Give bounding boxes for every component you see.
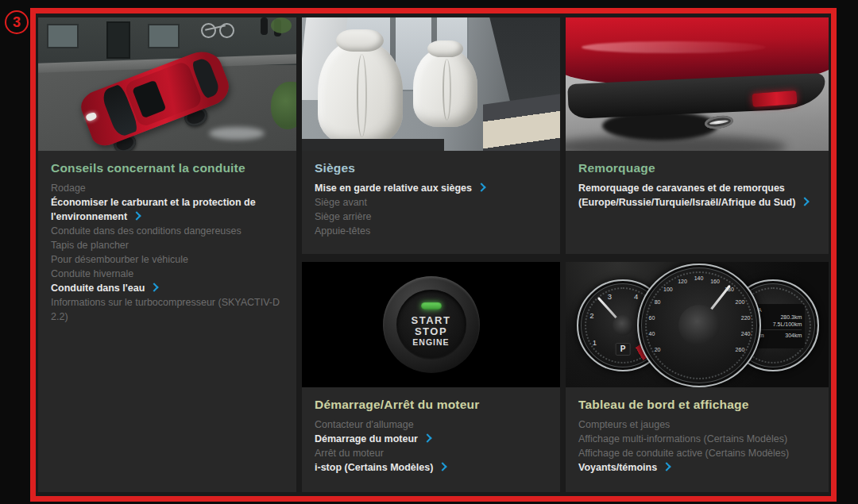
- water-splash: [209, 127, 265, 140]
- button-text-stop: STOP: [415, 326, 447, 337]
- gauge-dial-number: 260: [736, 347, 745, 352]
- manual-sections-grid: Sièges Mise en garde relative aux sièges…: [30, 8, 837, 502]
- chevron-right-icon: [662, 462, 671, 471]
- section-link[interactable]: Économiser le carburant et la protection…: [51, 195, 284, 224]
- range-value: 304km: [785, 332, 802, 339]
- gauge-dial-number: 80: [655, 299, 661, 305]
- chevron-right-icon: [150, 283, 159, 291]
- tree-foliage: [271, 82, 296, 129]
- door-panel-shape: [483, 94, 561, 151]
- seat-seam: [443, 59, 451, 121]
- section-title-tableau: Tableau de bord et affichage: [578, 398, 816, 412]
- card-tableau: P 123456 2040608010012014016018020022024…: [566, 262, 829, 492]
- section-title-remorquage: Remorquage: [578, 161, 816, 175]
- section-item-inactive: Informations sur le turbocompresseur (SK…: [51, 295, 284, 324]
- annotation-marker-3: 3: [5, 10, 29, 34]
- gauge-dial-number: 2: [589, 311, 593, 320]
- button-text-start: START: [412, 315, 451, 326]
- gauge-dial-number: 140: [694, 275, 704, 281]
- rear-seat-shape: [413, 49, 477, 126]
- section-item-label: Conduite dans l'eau: [51, 283, 145, 294]
- chevron-right-icon: [477, 183, 485, 191]
- gauge-dial-number: 160: [710, 278, 720, 283]
- section-item-inactive: Compteurs et jauges: [578, 417, 816, 432]
- section-link[interactable]: i-stop (Certains Modèles): [315, 460, 547, 475]
- section-title-conduite: Conseils concernant la conduite: [51, 161, 284, 175]
- section-item-inactive: Affichage de conduite active (Certains M…: [578, 446, 816, 460]
- gauge-dial-number: 120: [678, 278, 687, 283]
- section-item-inactive: Conduite dans des conditions dangereuses: [51, 224, 284, 238]
- avg-value: 7.5L/100km: [773, 321, 802, 328]
- section-item-label: Arrêt du moteur: [315, 448, 384, 459]
- section-item-label: Siège arrière: [315, 211, 372, 222]
- section-item-label: Rodage: [51, 183, 86, 194]
- section-item-label: Tapis de plancher: [51, 240, 129, 251]
- gauge-dial-number: 20: [655, 347, 661, 352]
- section-item-inactive: Contacteur d'allumage: [315, 417, 547, 432]
- speedometer-gauge: 20406080100120140160180200220240260: [637, 264, 761, 387]
- tree-foliage: [271, 17, 292, 33]
- instrument-cluster-photo: P 123456 2040608010012014016018020022024…: [566, 262, 829, 387]
- section-link[interactable]: Voyants/témoins: [578, 460, 816, 475]
- section-item-inactive: Rodage: [51, 181, 284, 195]
- card-conduite: Conseils concernant la conduite RodageÉc…: [38, 17, 296, 492]
- section-links-tableau: Compteurs et jaugesAffichage multi-infor…: [578, 417, 816, 475]
- start-button-photo: START STOP ENGINE: [302, 262, 560, 387]
- section-link[interactable]: Démarrage du moteur: [315, 432, 547, 446]
- chevron-right-icon: [132, 211, 141, 220]
- section-links-remorquage: Remorquage de caravanes et de remorques …: [578, 181, 816, 210]
- gauge-dial-number: 180: [725, 287, 734, 292]
- section-link[interactable]: Mise en garde relative aux sièges: [315, 181, 547, 195]
- card-remorquage: Remorquage Remorquage de caravanes et de…: [566, 17, 829, 254]
- annotation-marker-number: 3: [13, 14, 21, 31]
- section-item-label: Appuie-têtes: [315, 225, 370, 237]
- gear-indicator: P: [616, 343, 631, 356]
- section-item-label: Affichage de conduite active (Certains M…: [578, 448, 789, 459]
- gauge-dial-number: 60: [649, 314, 655, 320]
- section-item-inactive: Appuie-têtes: [315, 224, 547, 238]
- gauge-dial-number: 4: [634, 291, 638, 300]
- gauge-dial-number: 220: [741, 314, 751, 320]
- section-item-inactive: Pour désembourber le véhicule: [51, 252, 284, 267]
- section-link[interactable]: Remorquage de caravanes et de remorques …: [578, 181, 816, 210]
- section-title-sieges: Sièges: [315, 161, 547, 175]
- chevron-right-icon: [423, 433, 431, 442]
- front-seat-shape: [318, 41, 403, 145]
- section-links-conduite: RodageÉconomiser le carburant et la prot…: [51, 181, 284, 324]
- gauge-dial-number: 40: [649, 331, 655, 337]
- section-item-label: Remorquage de caravanes et de remorques …: [578, 183, 795, 208]
- section-item-label: Économiser le carburant et la protection…: [51, 197, 256, 222]
- section-item-label: Affichage multi-informations (Certains M…: [578, 433, 787, 444]
- headrest-shape: [336, 29, 384, 52]
- chevron-right-icon: [439, 462, 447, 471]
- section-links-demarrage: Contacteur d'allumageDémarrage du moteur…: [315, 417, 547, 475]
- gauge-hub: [613, 315, 633, 336]
- section-item-label: Conduite hivernale: [51, 268, 133, 279]
- seat-seam: [357, 54, 368, 137]
- towing-photo: [566, 17, 829, 151]
- indicator-led: [421, 302, 442, 310]
- building-window: [149, 25, 178, 47]
- gauge-hub: [678, 305, 720, 346]
- section-item-label: Voyants/témoins: [578, 462, 657, 473]
- driving-photo: [38, 17, 296, 151]
- trip-value: 280.3km: [780, 314, 802, 321]
- building-window: [48, 25, 77, 47]
- section-item-inactive: Siège arrière: [315, 210, 547, 224]
- headrest-shape: [427, 40, 464, 57]
- section-item-label: Conduite dans des conditions dangereuses: [51, 225, 242, 237]
- section-item-inactive: Tapis de plancher: [51, 238, 284, 252]
- seats-photo: [302, 17, 560, 151]
- chevron-right-icon: [801, 197, 810, 206]
- section-item-label: i-stop (Certains Modèles): [315, 462, 433, 473]
- button-face: START STOP ENGINE: [396, 290, 466, 360]
- section-item-label: Pour désembourber le véhicule: [51, 254, 188, 265]
- gauge-dial-number: 1: [593, 337, 597, 346]
- gauge-dial-number: 3: [608, 291, 612, 300]
- button-text-engine: ENGINE: [412, 337, 449, 347]
- pedestrian-shape: [261, 17, 268, 35]
- section-link[interactable]: Conduite dans l'eau: [51, 281, 284, 295]
- section-item-label: Informations sur le turbocompresseur (SK…: [51, 297, 280, 322]
- floor-shadow: [302, 139, 444, 151]
- building-door: [108, 23, 129, 58]
